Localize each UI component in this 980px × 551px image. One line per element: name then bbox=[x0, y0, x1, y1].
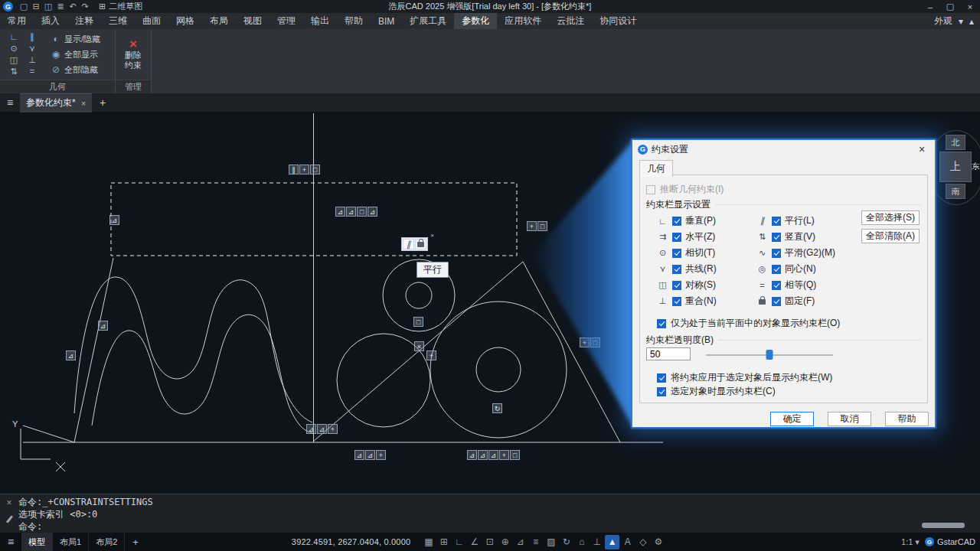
undo-icon[interactable]: ↶ bbox=[67, 2, 79, 11]
command-scrollbar[interactable] bbox=[922, 523, 965, 528]
ribbon-constraint-icon[interactable]: = bbox=[23, 66, 41, 77]
ortho-icon[interactable]: ∟ bbox=[452, 535, 466, 549]
constraint-checkbox[interactable] bbox=[672, 249, 681, 258]
infer-constraints-checkbox[interactable] bbox=[646, 185, 655, 194]
constraint-checkbox[interactable] bbox=[772, 233, 781, 242]
statusbar-tab-模型[interactable]: 模型 bbox=[21, 533, 53, 551]
menu-tab-BIM[interactable]: BIM bbox=[371, 13, 402, 29]
menu-tab-三维[interactable]: 三维 bbox=[101, 13, 135, 29]
workspace-selector[interactable]: ⊞ 二维草图 bbox=[99, 1, 142, 12]
ribbon-constraint-icon[interactable]: ∟ bbox=[5, 31, 23, 43]
command-close-icon[interactable]: × bbox=[6, 497, 11, 508]
constraint-checkbox[interactable] bbox=[772, 249, 781, 258]
ribbon-constraint-icon[interactable]: ⊥ bbox=[23, 54, 41, 66]
ribbon-constraint-icon[interactable]: ∥ bbox=[23, 31, 41, 43]
lock-badge-icon[interactable] bbox=[415, 239, 426, 249]
object-snap-icon[interactable]: ⊡ bbox=[482, 535, 497, 549]
units-icon[interactable]: ◇ bbox=[635, 535, 650, 549]
collapse-ribbon-icon[interactable]: ▴ bbox=[969, 16, 974, 27]
slider-thumb[interactable] bbox=[766, 350, 773, 360]
menu-tab-常用[interactable]: 常用 bbox=[0, 13, 34, 29]
minimize-button[interactable]: – bbox=[920, 0, 940, 13]
menu-tab-协同设计[interactable]: 协同设计 bbox=[592, 13, 644, 29]
constraint-bar-hover[interactable]: ∥ × bbox=[401, 237, 428, 251]
save-icon[interactable]: ◫ bbox=[42, 2, 54, 11]
compass-south[interactable]: 南 bbox=[946, 184, 965, 199]
ribbon-constraint-icon[interactable]: ⋎ bbox=[23, 43, 41, 54]
menu-tab-输出[interactable]: 输出 bbox=[303, 13, 337, 29]
constraint-checkbox[interactable] bbox=[672, 281, 681, 290]
ribbon-toggle-全部显示[interactable]: ◉全部显示 bbox=[47, 47, 103, 61]
dynamic-input-icon[interactable]: ⊿ bbox=[513, 535, 528, 549]
delete-constraint-button[interactable]: × 删除 约束 bbox=[117, 38, 149, 70]
constraint-checkbox[interactable] bbox=[672, 233, 681, 242]
lineweight-icon[interactable]: ≡ bbox=[528, 535, 543, 549]
constraint-checkbox[interactable] bbox=[672, 217, 681, 226]
constraint-badge[interactable]: ↻ bbox=[492, 403, 502, 413]
ribbon-group-label-manage[interactable]: 管理 bbox=[116, 80, 151, 93]
constraint-badge[interactable]: + bbox=[426, 350, 436, 360]
constraint-badge[interactable]: ⊿⊿⊿+□ bbox=[467, 450, 520, 460]
appearance-menu[interactable]: 外观 bbox=[934, 15, 952, 28]
menu-tab-参数化[interactable]: 参数化 bbox=[454, 13, 497, 29]
ribbon-constraint-icon[interactable]: ⊙ bbox=[5, 43, 23, 54]
statusbar-tab-布局2[interactable]: 布局2 bbox=[89, 533, 125, 551]
transparency-icon[interactable]: ▨ bbox=[544, 535, 558, 549]
coordinates-readout[interactable]: 3922.4591, 2627.0404, 0.0000 bbox=[292, 537, 410, 546]
compass-north[interactable]: 北 bbox=[946, 135, 965, 150]
menu-tab-网格[interactable]: 网格 bbox=[168, 13, 202, 29]
constraint-badge[interactable]: × bbox=[414, 341, 424, 351]
ribbon-toggle-全部隐藏[interactable]: ⊘全部隐藏 bbox=[47, 63, 103, 77]
menu-tab-云批注[interactable]: 云批注 bbox=[549, 13, 592, 29]
file-tabs-menu-icon[interactable]: ≡ bbox=[0, 96, 20, 109]
ok-button[interactable]: 确定 bbox=[770, 412, 814, 426]
app-logo[interactable]: G bbox=[3, 2, 13, 11]
help-button[interactable]: 帮助 bbox=[885, 412, 929, 426]
menu-tab-视图[interactable]: 视图 bbox=[236, 13, 270, 29]
constraint-checkbox[interactable] bbox=[772, 281, 781, 290]
ribbon-constraint-icon[interactable]: ⇅ bbox=[5, 66, 23, 77]
constraint-checkbox[interactable] bbox=[672, 265, 681, 274]
dialog-titlebar[interactable]: G 约束设置 × bbox=[632, 140, 935, 158]
redo-icon[interactable]: ↷ bbox=[79, 2, 91, 11]
select-all-button[interactable]: 全部选择(S) bbox=[861, 210, 920, 225]
workspace-gear-icon[interactable]: ⚙ bbox=[651, 535, 665, 549]
constraint-badge[interactable]: ⊿ bbox=[66, 350, 76, 360]
close-button[interactable]: × bbox=[960, 0, 980, 13]
statusbar-tab-布局1[interactable]: 布局1 bbox=[53, 533, 89, 551]
open-file-icon[interactable]: ⊟ bbox=[30, 2, 42, 11]
view-compass[interactable]: 北 上 南 东 bbox=[931, 126, 980, 210]
ribbon-constraint-icon[interactable]: ◫ bbox=[5, 54, 23, 66]
transparency-slider[interactable] bbox=[706, 350, 833, 360]
3d-osnap-icon[interactable]: ⌂ bbox=[574, 535, 589, 549]
constraint-checkbox[interactable] bbox=[672, 297, 681, 306]
show-after-apply-checkbox[interactable] bbox=[657, 373, 666, 383]
snap-icon[interactable]: ⊞ bbox=[436, 535, 451, 549]
document-tab[interactable]: 参数化约束* × bbox=[20, 93, 92, 112]
compass-up[interactable]: 上 bbox=[939, 152, 972, 182]
constraint-checkbox[interactable] bbox=[772, 297, 781, 306]
constraint-badge[interactable]: +□ bbox=[527, 221, 547, 231]
menu-tab-扩展工具[interactable]: 扩展工具 bbox=[402, 13, 454, 29]
dynamic-ucs-icon[interactable]: ⊥ bbox=[590, 535, 604, 549]
constraint-badge[interactable]: ⊿ bbox=[98, 321, 108, 331]
menu-tab-应用软件[interactable]: 应用软件 bbox=[497, 13, 549, 29]
command-line-panel[interactable]: × 命令:_+CONSTRAINTSETTINGS选项卡索引 <0>:0命令: bbox=[0, 494, 980, 533]
annotation-scale-control[interactable]: 1:1 ▾ bbox=[901, 537, 920, 547]
show-on-select-checkbox[interactable] bbox=[657, 387, 666, 396]
command-history[interactable]: 命令:_+CONSTRAINTSETTINGS选项卡索引 <0>:0命令: bbox=[18, 496, 926, 533]
clear-all-button[interactable]: 全部清除(A) bbox=[861, 229, 920, 243]
anno-visibility-icon[interactable]: A bbox=[620, 535, 635, 549]
add-layout-button[interactable]: + bbox=[125, 536, 146, 548]
selection-cycling-icon[interactable]: ↻ bbox=[559, 535, 573, 549]
menu-tab-管理[interactable]: 管理 bbox=[270, 13, 303, 29]
polar-tracking-icon[interactable]: ∠ bbox=[467, 535, 482, 549]
constraint-badge[interactable]: ∥+□ bbox=[289, 165, 320, 174]
constraint-checkbox[interactable] bbox=[772, 217, 781, 226]
constraint-badge[interactable]: ⊿ bbox=[109, 215, 119, 225]
print-icon[interactable]: ≣ bbox=[54, 2, 67, 11]
statusbar-menu-icon[interactable]: ≡ bbox=[0, 536, 21, 548]
menu-tab-注释[interactable]: 注释 bbox=[67, 13, 101, 29]
constraint-badge[interactable]: ⊿⊿+ bbox=[354, 450, 386, 460]
constraint-badge[interactable]: ⊿⊿+ bbox=[306, 424, 338, 434]
